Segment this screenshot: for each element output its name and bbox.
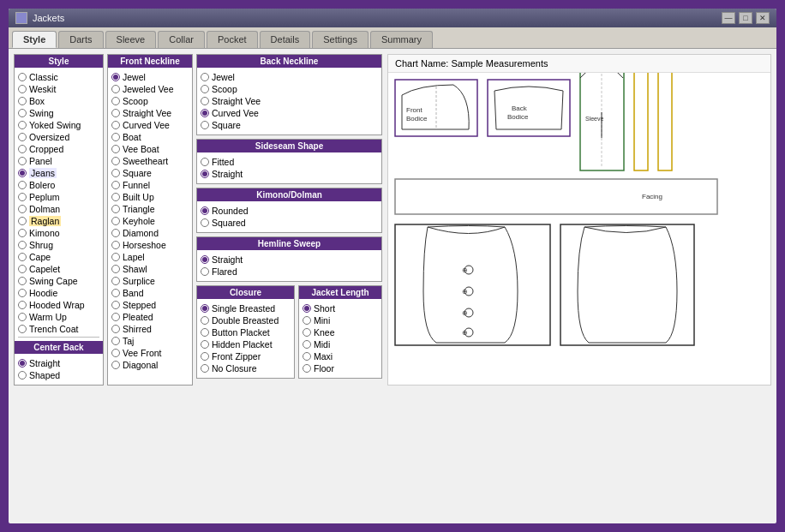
pattern-piece-narrow-1 (632, 73, 650, 172)
pattern-piece-1: Front Bodice (393, 78, 479, 138)
style-hoodie[interactable]: Hoodie (18, 287, 99, 299)
svg-rect-12 (658, 73, 672, 170)
tab-summary[interactable]: Summary (370, 31, 433, 48)
jl-maxi[interactable]: Maxi (303, 350, 378, 362)
style-oversized[interactable]: Oversized (18, 131, 99, 143)
fn-straight-vee[interactable]: Straight Vee (111, 107, 189, 119)
fn-jewel[interactable]: Jewel (111, 71, 189, 83)
fn-sweetheart[interactable]: Sweetheart (111, 155, 189, 167)
fn-shawl[interactable]: Shawl (111, 263, 189, 275)
cl-button[interactable]: Button Placket (201, 326, 291, 338)
fn-horseshoe[interactable]: Horseshoe (111, 239, 189, 251)
cl-zipper[interactable]: Front Zipper (201, 350, 291, 362)
diagram-row-3: ⊕ ⊕ ⊕ ⊕ (393, 223, 765, 347)
minimize-button[interactable]: — (722, 12, 735, 24)
tab-darts[interactable]: Darts (58, 31, 103, 48)
tab-details[interactable]: Details (260, 31, 311, 48)
cl-hidden[interactable]: Hidden Placket (201, 338, 291, 350)
style-yoked-swing[interactable]: Yoked Swing (18, 119, 99, 131)
back-neckline-title: Back Neckline (197, 55, 381, 68)
fn-boat[interactable]: Boat (111, 131, 189, 143)
fn-surplice[interactable]: Surplice (111, 275, 189, 287)
svg-rect-11 (634, 73, 648, 170)
fn-triangle[interactable]: Triangle (111, 203, 189, 215)
bn-curved-vee[interactable]: Curved Vee (201, 107, 378, 119)
fn-funnel[interactable]: Funnel (111, 179, 189, 191)
style-box[interactable]: Box (18, 95, 99, 107)
fn-vee-boat[interactable]: Vee Boat (111, 143, 189, 155)
cl-single[interactable]: Single Breasted (201, 302, 291, 314)
diagram-row-1: Front Bodice Back Bodice (393, 78, 765, 172)
center-back-straight[interactable]: Straight (18, 357, 99, 369)
fn-stepped[interactable]: Stepped (111, 299, 189, 311)
hs-straight[interactable]: Straight (201, 254, 378, 266)
style-swing-cape[interactable]: Swing Cape (18, 275, 99, 287)
fn-vee-front[interactable]: Vee Front (111, 347, 189, 359)
fn-pleated[interactable]: Pleated (111, 311, 189, 323)
svg-text:Bodice: Bodice (406, 115, 428, 123)
front-neckline-section: Front Neckline Jewel Jeweled Vee Scoop S… (107, 54, 193, 386)
closure-section: Closure Single Breasted Double Breasted … (196, 285, 295, 379)
jl-midi[interactable]: Midi (303, 338, 378, 350)
style-jeans[interactable]: Jeans (18, 167, 99, 179)
ss-straight[interactable]: Straight (201, 168, 378, 180)
bn-scoop[interactable]: Scoop (201, 83, 378, 95)
bn-square[interactable]: Square (201, 119, 378, 131)
tab-style[interactable]: Style (12, 31, 57, 48)
style-classic[interactable]: Classic (18, 71, 99, 83)
style-kimono[interactable]: Kimono (18, 227, 99, 239)
jl-mini[interactable]: Mini (303, 314, 378, 326)
style-section: Style Classic Weskit Box Swing Yoked Swi… (14, 54, 104, 386)
bn-straight-vee[interactable]: Straight Vee (201, 95, 378, 107)
style-warm-up[interactable]: Warm Up (18, 311, 99, 323)
hs-flared[interactable]: Flared (201, 266, 378, 278)
style-peplum[interactable]: Peplum (18, 191, 99, 203)
style-swing[interactable]: Swing (18, 107, 99, 119)
fn-jeweled-vee[interactable]: Jeweled Vee (111, 83, 189, 95)
fn-built-up[interactable]: Built Up (111, 191, 189, 203)
tab-collar[interactable]: Collar (158, 31, 205, 48)
fn-band[interactable]: Band (111, 287, 189, 299)
fn-diamond[interactable]: Diamond (111, 227, 189, 239)
style-dolman[interactable]: Dolman (18, 203, 99, 215)
style-shrug[interactable]: Shrug (18, 239, 99, 251)
center-back-shaped[interactable]: Shaped (18, 369, 99, 381)
svg-text:⊕: ⊕ (462, 309, 468, 317)
maximize-button[interactable]: □ (739, 12, 752, 24)
style-cropped[interactable]: Cropped (18, 143, 99, 155)
style-panel[interactable]: Panel (18, 155, 99, 167)
svg-text:Facing: Facing (642, 193, 662, 200)
style-raglan[interactable]: Raglan (18, 215, 99, 227)
tab-sleeve[interactable]: Sleeve (105, 31, 157, 48)
ss-fitted[interactable]: Fitted (201, 156, 378, 168)
cl-double[interactable]: Double Breasted (201, 314, 291, 326)
bottom-options: Closure Single Breasted Double Breasted … (196, 285, 382, 379)
jl-short[interactable]: Short (303, 302, 378, 314)
fn-square[interactable]: Square (111, 167, 189, 179)
fn-diagonal[interactable]: Diagonal (111, 359, 189, 371)
style-hooded-wrap[interactable]: Hooded Wrap (18, 299, 99, 311)
style-trench-coat[interactable]: Trench Coat (18, 323, 99, 335)
style-bolero[interactable]: Bolero (18, 179, 99, 191)
bn-jewel[interactable]: Jewel (201, 71, 378, 83)
style-capelet[interactable]: Capelet (18, 263, 99, 275)
close-button[interactable]: ✕ (756, 12, 770, 24)
fn-taj[interactable]: Taj (111, 335, 189, 347)
jl-knee[interactable]: Knee (303, 326, 378, 338)
tab-pocket[interactable]: Pocket (207, 31, 258, 48)
right-column: Back Neckline Jewel Scoop Straight Vee C… (196, 54, 382, 386)
fn-keyhole[interactable]: Keyhole (111, 215, 189, 227)
fn-curved-vee[interactable]: Curved Vee (111, 119, 189, 131)
cl-none[interactable]: No Closure (201, 362, 291, 374)
style-weskit[interactable]: Weskit (18, 83, 99, 95)
fn-shirred[interactable]: Shirred (111, 323, 189, 335)
kd-squared[interactable]: Squared (201, 217, 378, 229)
fn-lapel[interactable]: Lapel (111, 251, 189, 263)
tab-settings[interactable]: Settings (312, 31, 369, 48)
kd-rounded[interactable]: Rounded (201, 205, 378, 217)
fn-scoop[interactable]: Scoop (111, 95, 189, 107)
style-cape[interactable]: Cape (18, 251, 99, 263)
window-title: Jackets (33, 13, 64, 23)
sideseam-title: Sideseam Shape (197, 140, 381, 152)
jl-floor[interactable]: Floor (303, 362, 378, 374)
